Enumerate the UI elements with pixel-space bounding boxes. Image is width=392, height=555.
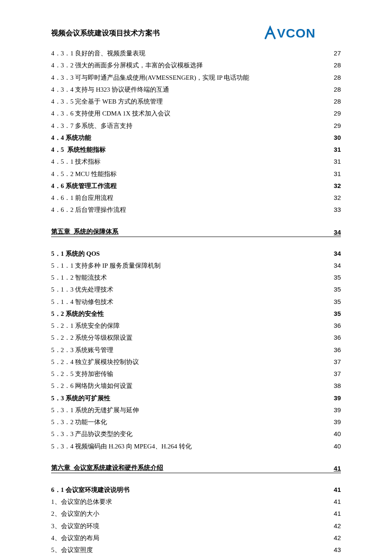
toc-page-number: 37 bbox=[334, 356, 341, 367]
toc-label: 5．2 系统的安全性 bbox=[51, 308, 104, 319]
toc-page-number: 28 bbox=[334, 60, 341, 71]
toc-row: 3、会议室的环境42 bbox=[51, 520, 341, 532]
toc-label: 2、会议室的大小 bbox=[51, 508, 99, 519]
document-page: 视频会议系统建设项目技术方案书 VCON 4．3．1 良好的音、视频质量表现27… bbox=[0, 26, 392, 555]
toc-row: 4．3．4 支持与 H323 协议硬件终端的互通28 bbox=[51, 84, 341, 95]
toc-label: 5．2．3 系统账号管理 bbox=[51, 344, 113, 356]
toc-page-number: 41 bbox=[334, 484, 341, 495]
toc-row: 1、会议室的总体要求41 bbox=[51, 496, 341, 507]
page-header: 视频会议系统建设项目技术方案书 VCON bbox=[51, 26, 341, 40]
toc-label: 4、会议室的布局 bbox=[51, 532, 99, 543]
toc-row: 5．1．4 智动修包技术35 bbox=[51, 296, 341, 307]
toc-label: 1、会议室的总体要求 bbox=[51, 496, 112, 507]
toc-page-number: 36 bbox=[334, 344, 341, 356]
toc-row: 4．5 系统性能指标31 bbox=[51, 144, 341, 155]
toc-row: 5．3．3 产品协议类型的变化40 bbox=[51, 428, 341, 439]
toc-label: 4．4 系统功能 bbox=[51, 132, 91, 143]
toc-row: 4．3．1 良好的音、视频质量表现27 bbox=[51, 48, 341, 59]
toc-page-number: 28 bbox=[334, 96, 341, 107]
toc-label: 4．3．5 完全基于 WEB 方式的系统管理 bbox=[51, 96, 163, 107]
toc-page-number: 28 bbox=[334, 72, 341, 83]
toc-label: 5．3．1 系统的无缝扩展与延伸 bbox=[51, 405, 139, 416]
toc-page-number: 31 bbox=[334, 144, 341, 155]
toc-section-3: 6．1 会议室环境建设说明书411、会议室的总体要求412、会议室的大小413、… bbox=[51, 484, 341, 555]
toc-page-number: 36 bbox=[334, 332, 341, 343]
toc-page-number: 30 bbox=[334, 132, 341, 143]
toc-label: 5．2．2 系统分等级权限设置 bbox=[51, 332, 133, 343]
toc-label: 3、会议室的环境 bbox=[51, 520, 99, 532]
toc-section-1: 4．3．1 良好的音、视频质量表现274．3．2 强大的画面多分屏模式，丰富的会… bbox=[51, 48, 341, 216]
toc-page-number: 43 bbox=[334, 544, 341, 555]
toc-page-number: 42 bbox=[334, 520, 341, 532]
toc-row: 5．3．2 功能一体化39 bbox=[51, 416, 341, 428]
toc-label: 5、会议室照度 bbox=[51, 544, 93, 555]
toc-row: 4．4 系统功能30 bbox=[51, 132, 341, 143]
toc-label: 4．5 系统性能指标 bbox=[51, 144, 106, 155]
toc-label: 4．6 系统管理工作流程 bbox=[51, 180, 117, 191]
toc-label: 5．3．4 视频编码由 H.263 向 MPEG4、H.264 转化 bbox=[51, 441, 192, 452]
toc-label: 4．5．2 MCU 性能指标 bbox=[51, 168, 117, 179]
toc-row: 4、会议室的布局42 bbox=[51, 532, 341, 543]
toc-section-2: 5．1 系统的 QOS345．1．1 支持多种 IP 服务质量保障机制345．1… bbox=[51, 248, 341, 452]
toc-row: 5．2 系统的安全性35 bbox=[51, 308, 341, 319]
toc-row: 4．3．5 完全基于 WEB 方式的系统管理28 bbox=[51, 96, 341, 107]
toc-label: 5．2．5 支持加密传输 bbox=[51, 368, 113, 379]
toc-label: 4．6．2 后台管理操作流程 bbox=[51, 204, 126, 215]
toc-row: 5．2．2 系统分等级权限设置36 bbox=[51, 332, 341, 343]
toc-label: 5．3．2 功能一体化 bbox=[51, 416, 107, 428]
toc-page-number: 34 bbox=[334, 260, 341, 271]
toc-label: 5．2．6 网络防火墙如何设置 bbox=[51, 380, 133, 391]
chapter-page: 34 bbox=[334, 228, 341, 236]
toc-page-number: 32 bbox=[334, 192, 341, 203]
toc-page-number: 41 bbox=[334, 508, 341, 519]
toc-row: 5．3．4 视频编码由 H.263 向 MPEG4、H.264 转化40 bbox=[51, 441, 341, 452]
toc-row: 5．1．3 优先处理技术35 bbox=[51, 284, 341, 295]
toc-page-number: 33 bbox=[334, 204, 341, 215]
toc-label: 5．2．4 独立扩展模块控制协议 bbox=[51, 356, 139, 367]
toc-label: 5．3 系统的可扩展性 bbox=[51, 393, 110, 404]
toc-row: 4．3．6 支持使用 CDMA 1X 技术加入会议29 bbox=[51, 108, 341, 119]
toc-page-number: 31 bbox=[334, 156, 341, 167]
toc-page-number: 28 bbox=[334, 84, 341, 95]
toc-page-number: 39 bbox=[334, 405, 341, 416]
toc-label: 5．1．4 智动修包技术 bbox=[51, 296, 113, 307]
chapter-label: 第六章 会议室系统建设和硬件系统介绍 bbox=[51, 464, 163, 472]
toc-row: 2、会议室的大小41 bbox=[51, 508, 341, 519]
svg-text:VCON: VCON bbox=[277, 26, 316, 40]
toc-row: 5．2．3 系统账号管理36 bbox=[51, 344, 341, 356]
toc-label: 5．1．2 智能流技术 bbox=[51, 272, 107, 283]
toc-label: 5．3．3 产品协议类型的变化 bbox=[51, 428, 133, 439]
toc-label: 5．2．1 系统安全的保障 bbox=[51, 320, 120, 331]
toc-row: 4．6．1 前台应用流程32 bbox=[51, 192, 341, 203]
toc-row: 6．1 会议室环境建设说明书41 bbox=[51, 484, 341, 495]
toc-row: 5．1．1 支持多种 IP 服务质量保障机制34 bbox=[51, 260, 341, 271]
toc-page-number: 39 bbox=[334, 393, 341, 404]
toc-page-number: 35 bbox=[334, 308, 341, 319]
toc-page-number: 42 bbox=[334, 532, 341, 543]
toc-page-number: 34 bbox=[334, 248, 341, 259]
toc-label: 4．6．1 前台应用流程 bbox=[51, 192, 113, 203]
toc-row: 5．2．4 独立扩展模块控制协议37 bbox=[51, 356, 341, 367]
toc-label: 5．1 系统的 QOS bbox=[51, 248, 100, 259]
toc-label: 5．1．1 支持多种 IP 服务质量保障机制 bbox=[51, 260, 161, 271]
toc-row: 5．1．2 智能流技术35 bbox=[51, 272, 341, 283]
toc-row: 4．3．7 多系统、多语言支持29 bbox=[51, 120, 341, 131]
toc-page-number: 27 bbox=[334, 48, 341, 59]
toc-label: 4．3．4 支持与 H323 协议硬件终端的互通 bbox=[51, 84, 169, 95]
toc-row: 5．2．6 网络防火墙如何设置38 bbox=[51, 380, 341, 391]
toc-page-number: 39 bbox=[334, 416, 341, 428]
toc-page-number: 41 bbox=[334, 496, 341, 507]
toc-page-number: 40 bbox=[334, 428, 341, 439]
toc-page-number: 29 bbox=[334, 120, 341, 131]
chapter-page: 41 bbox=[334, 465, 341, 472]
toc-label: 4．3．3 可与即时通产品集成使用(AVMESSENGER)，实现 IP 电话功… bbox=[51, 72, 249, 83]
toc-row: 5．1 系统的 QOS34 bbox=[51, 248, 341, 259]
toc-label: 6．1 会议室环境建设说明书 bbox=[51, 484, 130, 495]
toc-row: 4．3．3 可与即时通产品集成使用(AVMESSENGER)，实现 IP 电话功… bbox=[51, 72, 341, 83]
toc-label: 4．3．7 多系统、多语言支持 bbox=[51, 120, 133, 131]
toc-row: 4．6 系统管理工作流程32 bbox=[51, 180, 341, 191]
toc-label: 4．3．6 支持使用 CDMA 1X 技术加入会议 bbox=[51, 108, 170, 119]
toc-page-number: 32 bbox=[334, 180, 341, 191]
toc-page-number: 35 bbox=[334, 284, 341, 295]
toc-row: 5．2．1 系统安全的保障36 bbox=[51, 320, 341, 331]
